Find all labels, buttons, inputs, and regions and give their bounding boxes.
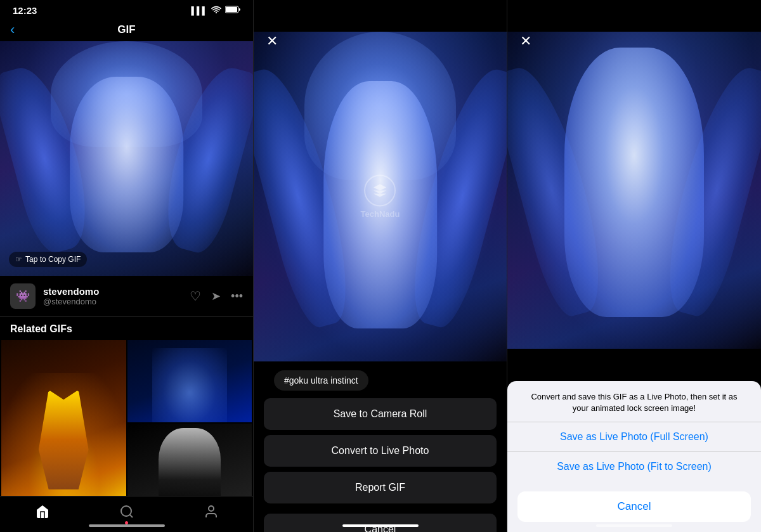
gif-detail-image[interactable]: TechNadu <box>254 32 507 361</box>
convert-live-photo-button[interactable]: Convert to Live Photo <box>264 435 497 467</box>
wifi-icon <box>211 6 221 15</box>
live-photo-sheet: Convert and save this GIF as a Live Phot… <box>507 381 761 532</box>
user-row: 👾 stevendomo @stevendomo ♡ ➤ ••• <box>0 276 253 317</box>
save-full-screen-button[interactable]: Save as Live Photo (Full Screen) <box>507 422 761 451</box>
nav-bar: ‹ GIF <box>0 18 253 41</box>
save-camera-roll-button[interactable]: Save to Camera Roll <box>264 398 497 430</box>
more-button[interactable]: ••• <box>231 290 243 303</box>
save-fit-screen-button[interactable]: Save as Live Photo (Fit to Screen) <box>507 451 761 481</box>
cancel-live-button[interactable]: Cancel <box>517 491 751 522</box>
battery-icon <box>225 6 240 15</box>
user-actions: ♡ ➤ ••• <box>190 289 243 304</box>
avatar-icon: 👾 <box>16 289 30 303</box>
status-time: 12:23 <box>13 5 37 16</box>
signal-icon: ▌▌▌ <box>191 6 207 15</box>
share-button[interactable]: ➤ <box>211 289 221 303</box>
tab-home[interactable] <box>35 504 50 519</box>
close-button[interactable]: ✕ <box>266 33 278 49</box>
related-gif-ui[interactable] <box>127 424 252 506</box>
tab-search[interactable] <box>119 504 134 519</box>
panel-1-gif-viewer: 12:23 ▌▌▌ ‹ GIF <box>0 0 254 532</box>
hand-icon: ☞ <box>15 255 22 264</box>
close-button-3[interactable]: ✕ <box>520 33 531 49</box>
gif-main-image[interactable]: ☞ Tap to Copy GIF <box>0 41 253 276</box>
svg-point-3 <box>121 506 131 516</box>
home-indicator-2 <box>342 524 419 527</box>
goku-body <box>70 77 184 253</box>
user-avatar[interactable]: 👾 <box>10 283 36 309</box>
svg-point-5 <box>209 506 214 511</box>
panel-2-gif-detail: ✕ TechNadu #goku ultra instinct Save to … <box>254 0 507 532</box>
related-gif-ssj[interactable] <box>1 340 126 506</box>
cancel-button[interactable]: Cancel <box>264 514 497 532</box>
gif-live-image[interactable] <box>507 32 761 349</box>
report-gif-button[interactable]: Report GIF <box>264 472 497 503</box>
hashtag-tag[interactable]: #goku ultra instinct <box>274 370 368 391</box>
watermark-circle <box>364 175 396 207</box>
home-indicator-3 <box>596 524 672 527</box>
home-indicator <box>89 524 165 527</box>
action-sheet: Save to Camera Roll Convert to Live Phot… <box>254 398 507 532</box>
tap-copy-label[interactable]: ☞ Tap to Copy GIF <box>9 252 87 267</box>
tab-profile[interactable] <box>204 504 219 519</box>
svg-point-0 <box>216 12 217 13</box>
panel-3-live-photo: ✕ Convert and save this GIF as a Live Ph… <box>507 0 761 532</box>
related-gifs-grid <box>0 340 253 506</box>
related-gifs-title: Related GIFs <box>0 317 253 340</box>
username[interactable]: stevendomo <box>43 286 190 297</box>
status-icons: ▌▌▌ <box>191 6 240 15</box>
watermark: TechNadu <box>361 175 400 219</box>
page-title: GIF <box>117 23 135 36</box>
like-button[interactable]: ♡ <box>190 289 201 304</box>
user-info: stevendomo @stevendomo <box>43 286 190 306</box>
status-bar: 12:23 ▌▌▌ <box>0 0 253 18</box>
related-gif-ssb[interactable] <box>127 340 252 422</box>
goku-body-3 <box>564 48 704 317</box>
user-handle[interactable]: @stevendomo <box>43 297 190 306</box>
svg-line-4 <box>129 515 132 517</box>
svg-rect-2 <box>226 7 237 12</box>
back-button[interactable]: ‹ <box>10 22 15 38</box>
watermark-text: TechNadu <box>361 209 400 219</box>
live-photo-description: Convert and save this GIF as a Live Phot… <box>507 381 761 422</box>
